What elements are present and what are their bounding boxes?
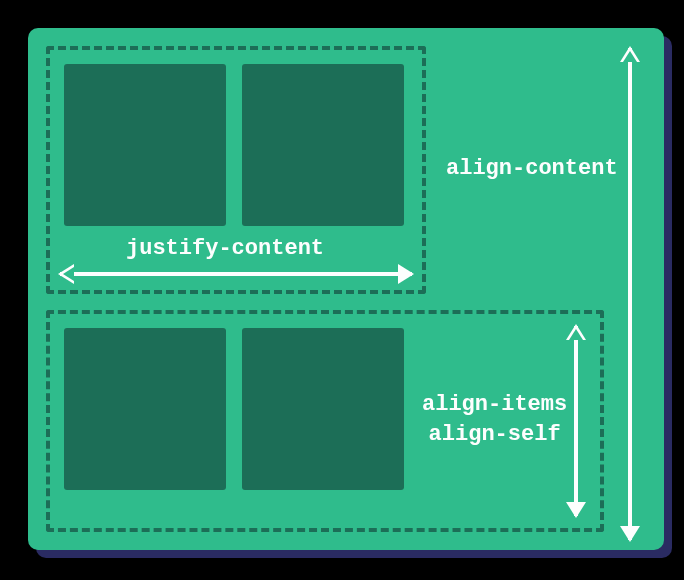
arrow-align-items [574, 326, 578, 516]
flex-container-panel: justify-content align-items align-self a… [28, 28, 664, 550]
flex-item [64, 64, 226, 226]
arrow-justify-content [60, 272, 412, 276]
flex-line-top: justify-content [46, 46, 426, 294]
label-align-items-self: align-items align-self [422, 390, 567, 449]
flex-item [64, 328, 226, 490]
flex-line-bottom: align-items align-self [46, 310, 604, 532]
flex-item [242, 328, 404, 490]
diagram-stage: justify-content align-items align-self a… [12, 22, 672, 558]
label-justify-content: justify-content [126, 234, 324, 264]
label-align-content: align-content [446, 154, 618, 184]
arrow-align-content [628, 48, 632, 540]
flex-item [242, 64, 404, 226]
